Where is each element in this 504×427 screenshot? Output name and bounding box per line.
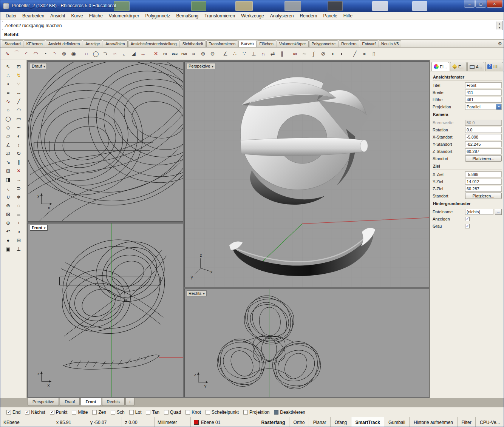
blend-curve-icon[interactable]: ∽ [110,49,119,59]
ziel-platzieren-button[interactable]: Platzieren... [465,193,502,199]
points-off-icon[interactable]: ∵ [240,49,249,59]
ellipse-tools-icon[interactable]: ◯ [3,114,14,123]
analyze-tools-icon[interactable]: ∠ [3,140,14,149]
spiral-icon[interactable]: ◉ [69,49,78,59]
close-curve-icon[interactable]: ∞ [290,49,300,59]
toolbar-tab[interactable]: Auswählen [103,40,127,47]
shaded-view-icon[interactable]: ◑ [14,227,24,236]
osnap-toggle[interactable]: End [6,410,20,415]
dimension-tools-icon[interactable]: ↕ [14,140,24,149]
status-toggle[interactable]: CPU-Ve... [476,417,504,427]
osnap-toggle[interactable]: Nächst [25,410,45,415]
menu-item[interactable]: Hilfe [340,13,356,18]
menu-item[interactable]: Kurve [68,13,86,18]
toolbar-tab[interactable]: Ansicht definieren [46,40,82,47]
trim-curve-icon[interactable]: ✕ [151,49,161,59]
point-icon[interactable]: ▪ [3,80,14,88]
z-ziel-field[interactable]: 60.287 [465,186,502,192]
named-view-icon[interactable]: ▣ [3,245,14,253]
rotate-tool-icon[interactable]: ↻ [14,149,24,158]
arc-icon[interactable]: ◠ [31,49,40,59]
smarttrack-flash-icon[interactable]: ↯ [14,71,24,80]
z-standort-field[interactable]: 60.287 [465,148,502,154]
rebuild-curve-icon[interactable]: ≈ [189,49,198,59]
arc-tools-icon[interactable]: ◠ [14,106,24,114]
fit-curve-icon[interactable]: FIT [161,49,170,59]
viewport-perspective[interactable]: z x y Perspektive [184,62,429,287]
toolbar-tab[interactable]: Sichtbarkeit [180,40,206,47]
chevron-down-icon[interactable] [496,104,501,109]
status-toggle[interactable]: Ofang [331,417,351,427]
kamera-platzieren-button[interactable]: Platzieren... [465,155,502,162]
breite-field[interactable]: 411 [465,89,502,96]
toolbar-tab[interactable]: Ansichtsfenstereinstellung [128,40,179,47]
menu-item[interactable]: Bearbeiten [19,13,47,18]
scroll-up-icon[interactable] [497,22,502,26]
osnap-toggle[interactable]: Quad [164,410,181,415]
command-scrollbar[interactable] [496,22,502,29]
viewport-top[interactable]: y x Drauf [28,62,183,222]
curvature-graph-icon[interactable]: ∫ [309,49,318,59]
viewport-label-front[interactable]: Front [30,225,48,231]
close-button[interactable] [487,0,502,8]
curve-boolean-icon[interactable]: ∩ [258,49,268,59]
osnap-toggle[interactable]: Scheitelpunkt [206,410,239,415]
tab-ansicht[interactable]: A... [467,62,484,71]
tab-ebenen[interactable]: E... [450,62,467,71]
viewport-tab[interactable]: Front [80,398,101,406]
select-window-icon[interactable]: ⊡ [14,62,24,71]
viewport-front[interactable]: z x Front [28,223,183,397]
control-points-on-icon[interactable]: ∴ [230,49,240,59]
symmetry-icon[interactable]: ∥ [277,49,287,59]
sphere-icon[interactable]: ● [360,49,369,59]
viewport-menu-arrow-icon[interactable] [43,64,45,68]
hide-tool-icon[interactable]: ◌ [14,201,24,210]
rotation-field[interactable]: 0.0 [465,127,502,133]
viewport-label-drauf[interactable]: Drauf [30,63,47,69]
select-arrow-icon[interactable]: ↖ [3,62,14,71]
viewport-menu-arrow-icon[interactable] [44,225,46,230]
gear-icon[interactable] [498,41,502,46]
periodic-curve-icon[interactable]: PER [179,49,189,59]
grau-checkbox[interactable] [465,224,470,228]
status-toggle[interactable]: SmartTrack [351,417,385,427]
polygon-tools-icon[interactable]: ◇ [3,123,14,132]
osnap-toggle[interactable]: Punkt [50,410,68,415]
command-prompt[interactable]: Befehl: [2,30,503,39]
x-ziel-field[interactable]: -5.898 [465,171,502,177]
osnap-disable-toggle[interactable]: Deaktivieren [274,410,305,415]
cylinder-icon[interactable]: ▯ [369,49,379,59]
arc-center-icon[interactable]: ◔ [40,49,50,59]
menu-item[interactable]: Transformieren [201,13,238,18]
viewport-label-perspektive[interactable]: Perspektive [187,63,215,69]
menu-item[interactable]: Werkzeuge [238,13,267,18]
toolbar-tab[interactable]: Transformieren [206,40,238,47]
helix-icon[interactable]: ⊚ [59,49,69,59]
insert-knot-icon[interactable]: ⊕ [198,49,208,59]
smooth-curve-icon[interactable]: ∼ [300,49,309,59]
x-standort-field[interactable]: -5.898 [465,134,502,140]
freeform-tools-icon[interactable]: ∼ [14,123,24,132]
extend-curve-icon[interactable]: → [138,49,148,59]
remove-knot-icon[interactable]: ⊖ [208,49,217,59]
mirror-tool-icon[interactable]: ∥ [14,158,24,166]
menu-item[interactable]: Ansicht [47,13,68,18]
extend-tool-icon[interactable]: → [14,175,24,184]
menu-item[interactable]: Analysieren [267,13,297,18]
join-tool-icon[interactable]: ∪ [3,193,14,201]
fillet-curve-icon[interactable]: ◟ [119,49,129,59]
layers-tool-icon[interactable]: ≣ [14,210,24,219]
zoom-tool-icon[interactable]: ⊕ [3,219,14,227]
render-tool-icon[interactable]: ● [3,236,14,245]
toolbar-tab[interactable]: Anzeige [83,40,102,47]
hoehe-field[interactable]: 461 [465,97,502,103]
curve-tools-icon[interactable]: ∿ [3,97,14,106]
explode-tool-icon[interactable]: ∗ [14,193,24,201]
control-points-icon[interactable]: ∴ [3,71,14,80]
toolbar-tab[interactable]: Standard [2,40,23,47]
viewport-right[interactable]: z y Rechts [184,289,429,397]
undo-view-icon[interactable]: ↶ [3,227,14,236]
scale-tool-icon[interactable]: ↘ [3,158,14,166]
viewport-label-rechts[interactable]: Rechts [187,290,207,296]
osnap-toggle[interactable]: Mitte [72,410,88,415]
